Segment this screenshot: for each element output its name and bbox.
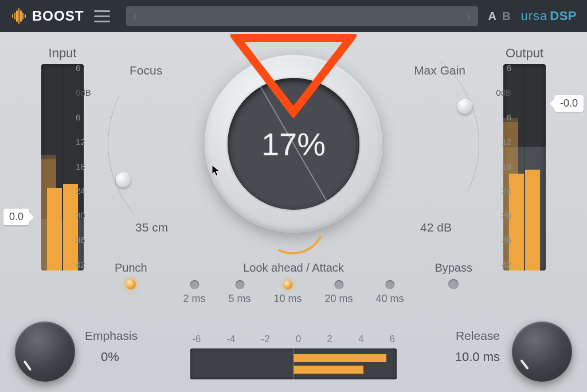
- preset-selector[interactable]: ‹ ›: [126, 6, 478, 26]
- input-peak-readout[interactable]: 0.0: [3, 209, 29, 225]
- lookahead-10ms[interactable]: 10 ms: [273, 280, 302, 305]
- focus-control[interactable]: Focus 35 cm: [118, 64, 221, 213]
- svg-marker-1: [212, 165, 220, 176]
- svg-marker-0: [236, 38, 351, 112]
- focus-label: Focus: [130, 64, 162, 77]
- bypass-toggle[interactable]: Bypass: [435, 261, 472, 289]
- emphasis-value: 0%: [101, 350, 119, 364]
- ab-b[interactable]: B: [502, 10, 510, 23]
- release-value: 10.0 ms: [455, 350, 500, 364]
- product-name: BOOST: [32, 8, 84, 24]
- gain-reduction-meter: -6-4-2 024 6: [190, 334, 397, 379]
- emphasis-knob[interactable]: [15, 322, 75, 382]
- bypass-led-icon: [448, 279, 459, 289]
- lookahead-2ms[interactable]: 2 ms: [183, 280, 205, 305]
- lookahead-20ms[interactable]: 20 ms: [325, 280, 353, 305]
- punch-toggle[interactable]: Punch: [115, 261, 147, 289]
- output-label: Output: [506, 46, 543, 61]
- boost-wave-icon: [10, 7, 28, 25]
- lookahead-section: Look ahead / Attack 2 ms 5 ms 10 ms 20 m…: [183, 261, 404, 305]
- emphasis-label: Emphasis: [85, 329, 138, 343]
- ab-compare[interactable]: A B: [488, 10, 511, 23]
- annotation-triangle-icon: [230, 32, 357, 118]
- brand-logo: ursaDSP: [521, 9, 577, 23]
- menu-button[interactable]: [94, 5, 116, 27]
- input-scale: 6 0dB 6 12 18 24 30 36 42: [76, 63, 91, 269]
- punch-led-icon: [126, 279, 136, 289]
- output-peak-readout[interactable]: -0.0: [554, 95, 584, 112]
- boost-value: 17%: [261, 126, 326, 163]
- gr-scale: -6-4-2 024 6: [190, 334, 397, 348]
- focus-handle[interactable]: [116, 173, 131, 187]
- maxgain-label: Max Gain: [414, 64, 465, 77]
- maxgain-value: 42 dB: [420, 221, 452, 234]
- mouse-cursor-icon: [212, 165, 221, 179]
- ab-a[interactable]: A: [488, 10, 496, 23]
- focus-value: 35 cm: [135, 221, 168, 234]
- lookahead-options: 2 ms 5 ms 10 ms 20 ms 40 ms: [183, 280, 404, 305]
- maxgain-handle[interactable]: [457, 99, 472, 114]
- release-label: Release: [456, 329, 500, 343]
- output-scale: 6 0dB 6 12 18 24 30 36 42: [496, 63, 511, 269]
- bottom-section: Emphasis 0% Release 10.0 ms -6-4-2 024 6: [0, 306, 587, 386]
- input-label: Input: [49, 46, 77, 61]
- header-bar: BOOST ‹ › A B ursaDSP: [0, 0, 587, 32]
- preset-prev-icon[interactable]: ‹: [133, 10, 137, 23]
- preset-next-icon[interactable]: ›: [467, 10, 471, 23]
- product-logo: BOOST: [10, 7, 84, 25]
- release-knob[interactable]: [512, 322, 572, 382]
- plugin-body: Input 6 0dB 6 12 18 24 30 36 42 0.0 Outp…: [0, 32, 587, 392]
- lookahead-40ms[interactable]: 40 ms: [376, 280, 404, 305]
- lookahead-5ms[interactable]: 5 ms: [228, 280, 251, 305]
- lookahead-label: Look ahead / Attack: [183, 261, 404, 275]
- maxgain-control[interactable]: Max Gain 42 dB: [366, 64, 469, 213]
